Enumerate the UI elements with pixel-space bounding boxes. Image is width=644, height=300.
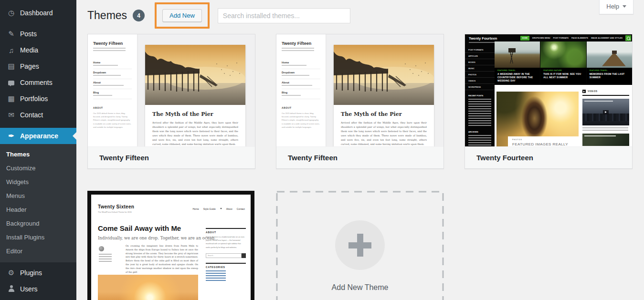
countryside-photo [495,41,540,68]
sidebar-item-contact[interactable]: ✉ Contact [0,107,76,123]
preview-frame: Twenty Sixteen The WordPress Default The… [87,191,254,300]
preview-sidebar-item: VIDEOS [465,78,495,84]
sidebar-item-posts[interactable]: ✎ Posts [0,26,76,42]
submenu-item-editor[interactable]: Editor [0,244,76,258]
sidebar-item-label: Users [20,285,38,293]
preview-site-title: Twenty Fifteen [282,41,320,46]
chevron-down-icon [220,208,222,210]
theme-card-twenty-fourteen[interactable]: Twenty Fourteen HOME DROPDOWN MENU POST … [465,34,633,169]
sidebar-item-tools[interactable]: ⚒ Tools [0,297,76,300]
plus-icon [335,220,385,270]
help-dropdown-tab[interactable]: Help [599,0,633,14]
preview-nav-item: IMAGE ALIGNMENT AND STYLES [591,37,623,39]
preview-post-text: Arrived after the fashion of the Middle … [341,121,427,146]
preview-article-panel: The Myth of the Pier Arrived after the f… [334,45,434,146]
sidebar-item-label: Dashboard [20,9,53,17]
sidebar-item-media[interactable]: ♫ Media [0,42,76,58]
text-lines-placeholder [582,127,628,131]
media-icon: ♫ [7,46,16,54]
submenu-item-themes[interactable]: Themes [0,147,76,161]
preview-nav-item: PAGE ELEMENTS [571,37,588,39]
preview-nav-item: Home [192,207,199,210]
preview-about-heading: ABOUT [93,106,132,109]
preview-search-box: Search... [206,253,246,258]
chevron-down-icon [623,5,626,10]
text-lines-placeholder [282,85,312,86]
preview-nav-item: DROPDOWN MENU [532,37,550,39]
brush-icon: ✒ [7,132,16,140]
text-lines-placeholder [282,75,309,76]
submenu-item-customize[interactable]: Customize [0,161,76,175]
preview-nav-item: HOME [520,36,529,41]
preview-menu-item: Home [282,59,320,69]
preview-right-sidebar: ABOUT Twenty Sixteen is a modernized tak… [206,228,246,281]
sidebar-item-pages[interactable]: ▤ Pages [0,58,76,74]
featured-tile: FEATURED NATURE THIS IS IT FOR NOW. SEE … [540,41,586,85]
preview-about-text: Our 2015 default theme is clean, blog-fo… [282,112,320,129]
preview-tagline: The WordPress Default Theme for 2016 [98,211,132,213]
tile-caption: FEATURED NATURE THIS IS IT FOR NOW. SEE … [540,68,586,85]
search-themes-input[interactable] [218,8,350,23]
submenu-item-background[interactable]: Background [0,217,76,230]
sidebar-item-appearance[interactable]: ✒ Appearance [0,128,76,144]
preview-site-title: Twenty Sixteen [98,204,134,209]
submenu-item-header[interactable]: Header [0,203,76,217]
video-thumbnail-city [582,99,629,125]
preview-post-title: The Myth of the Pier [341,111,427,117]
preview-menu-item: Dropdown [282,69,320,79]
text-lines-placeholder [93,95,112,96]
theme-card-twenty-fifteen-1[interactable]: Twenty Fifteen Home Dropdown About Blog [87,34,255,169]
sunset-ocean-photo [98,275,198,300]
text-lines-placeholder [99,254,112,262]
text-lines-placeholder [584,135,616,137]
preview-content-area: PHOTOS FEATURED IMAGES REALLY VIDEOS [495,85,632,146]
video-thumbnail-2 [582,134,629,146]
preview-menu-item: Home [93,59,132,69]
envelope-icon: ✉ [7,111,16,119]
add-new-theme-label: Add New Theme [332,283,389,292]
sidebar-item-label: Media [20,46,38,54]
theme-card-twenty-sixteen[interactable]: Twenty Sixteen The WordPress Default The… [87,191,254,300]
sidebar-item-portfolios[interactable]: ▦ Portfolios [0,91,76,107]
about-heading: ABOUT [206,228,246,234]
sidebar-item-label: Pages [20,62,39,70]
sidebar-item-comments[interactable]: Comments [0,74,76,91]
tile-caption: FEATURED TRAVEL MEMORIES FROM THE LAST S… [587,68,632,85]
sidebar-item-users[interactable]: Users [0,281,76,297]
preview-post-title: The Myth of the Pier [152,111,238,117]
grass-photo [540,41,586,68]
submenu-item-install-plugins[interactable]: Install Plugins [0,230,76,244]
theme-card-twenty-fifteen-2[interactable]: Twenty Fifteen Home Dropdown About Blog [276,34,444,169]
theme-preview-twenty-sixteen: Twenty Sixteen The WordPress Default The… [87,191,254,300]
avatar [99,246,104,251]
preview-post-subtitle: Individually, we are one drop. Together,… [98,236,216,240]
sidebar-item-plugins[interactable]: ⚙ Plugins [0,265,76,281]
portfolio-icon: ▦ [7,94,16,103]
preview-site-sidebar: Twenty Fifteen Home Dropdown About Blog [88,34,137,146]
post-title: FEATURED IMAGES REALLY [512,142,574,146]
theme-name: Twenty Fifteen [276,146,443,168]
appearance-submenu: Themes Customize Widgets Menus Header Ba… [0,144,76,262]
preview-menu: Home Dropdown About Blog [93,59,132,99]
submenu-item-menus[interactable]: Menus [0,189,76,203]
theme-name: Twenty Fifteen [88,146,255,168]
text-lines-placeholder [468,135,491,146]
search-input: Search... [206,253,242,258]
theme-count-badge: 4 [133,10,145,21]
sidebar-item-label: Plugins [20,269,42,277]
theme-preview-twenty-fifteen: Twenty Fifteen Home Dropdown About Blog [88,34,255,146]
add-new-button[interactable]: Add New [162,9,202,22]
featured-tile: FEATURED TRAVEL MEMORIES FROM THE LAST S… [587,41,632,85]
sidebar-item-dashboard[interactable]: ◷ Dashboard [0,5,76,21]
play-button-icon [603,110,609,114]
preview-site-title: Twenty Fifteen [93,41,132,46]
preview-post-text: On crossing the imaginary line drawn fro… [126,244,198,274]
preview-sidebar-item: PHOTOS [465,72,495,78]
preview-about-text: Our 2015 default theme is clean, blog-fo… [93,112,132,129]
submenu-item-widgets[interactable]: Widgets [0,175,76,189]
categories-heading: CATEGORIES [206,263,246,269]
search-icon [625,35,631,41]
preview-recent-posts-heading: RECENT POSTS [468,94,491,97]
text-lines-placeholder [282,48,314,52]
add-new-theme-card[interactable]: Add New Theme [276,191,444,300]
